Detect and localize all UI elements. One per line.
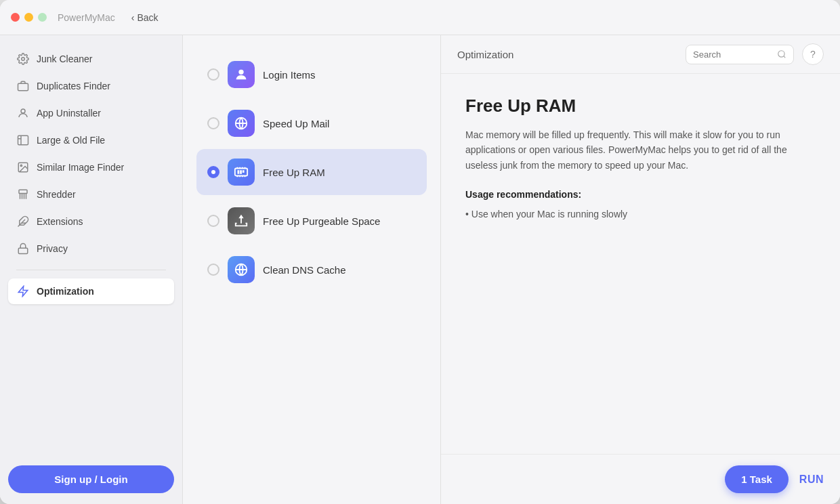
login-items-icon: [228, 61, 255, 88]
svg-point-5: [20, 165, 22, 166]
svg-rect-9: [18, 248, 28, 253]
minimize-button[interactable]: [24, 13, 33, 22]
svg-rect-15: [240, 170, 242, 174]
free-up-ram-icon: [228, 159, 255, 186]
svg-rect-1: [18, 83, 28, 91]
svg-line-19: [784, 56, 786, 58]
briefcase-icon: [16, 79, 30, 93]
sidebar-item-large-old-file[interactable]: Large & Old File: [8, 127, 174, 153]
right-body: Free Up RAM Mac memory will be filled up…: [441, 74, 840, 454]
back-button[interactable]: ‹ Back: [131, 12, 159, 23]
sidebar-label-extensions: Extensions: [37, 216, 83, 227]
svg-point-0: [22, 58, 25, 61]
svg-rect-14: [238, 170, 240, 174]
traffic-lights: [11, 13, 47, 22]
radio-free-up-ram[interactable]: [207, 166, 219, 178]
free-up-purgeable-space-icon: [228, 207, 255, 234]
svg-marker-10: [18, 287, 28, 297]
tool-name-speed-up-mail: Speed Up Mail: [263, 118, 329, 129]
sidebar-label-large-old-file: Large & Old File: [37, 135, 105, 146]
svg-point-18: [778, 51, 784, 57]
sidebar-item-duplicates-finder[interactable]: Duplicates Finder: [8, 73, 174, 99]
sidebar-item-shredder[interactable]: Shredder: [8, 182, 174, 207]
tool-name-free-up-purgeable-space: Free Up Purgeable Space: [263, 215, 380, 227]
tool-item-speed-up-mail[interactable]: Speed Up Mail: [196, 100, 427, 146]
main-content: Junk Cleaner Duplicates Finder: [0, 35, 840, 504]
person-icon: [16, 106, 30, 120]
title-bar: PowerMyMac ‹ Back: [0, 0, 840, 35]
clean-dns-cache-icon: [228, 256, 255, 283]
usage-item-0: • Use when your Mac is running slowly: [465, 207, 816, 222]
right-panel: Optimization ? Free Up R: [440, 35, 840, 504]
puzzle-icon: [16, 215, 30, 228]
app-window: PowerMyMac ‹ Back Junk Cleaner: [0, 0, 840, 504]
sidebar-label-app-uninstaller: App Uninstaller: [37, 108, 101, 119]
sidebar-item-junk-cleaner[interactable]: Junk Cleaner: [8, 46, 174, 72]
detail-title: Free Up RAM: [465, 96, 816, 117]
search-icon: [777, 49, 786, 59]
right-header: Optimization ?: [441, 35, 840, 74]
shredder-icon: [16, 188, 30, 201]
run-button[interactable]: RUN: [799, 474, 824, 486]
sign-up-login-button[interactable]: Sign up / Login: [8, 465, 174, 493]
svg-point-2: [21, 109, 25, 113]
sidebar-label-similar-image-finder: Similar Image Finder: [37, 162, 124, 173]
help-button[interactable]: ?: [802, 43, 824, 65]
tool-name-free-up-ram: Free Up RAM: [263, 167, 325, 178]
close-button[interactable]: [11, 13, 20, 22]
bullet: •: [465, 209, 471, 219]
file-icon: [16, 133, 30, 147]
app-name: PowerMyMac: [58, 12, 115, 23]
sidebar-item-similar-image-finder[interactable]: Similar Image Finder: [8, 154, 174, 180]
tool-item-free-up-ram[interactable]: Free Up RAM: [196, 149, 427, 195]
radio-login-items[interactable]: [207, 68, 219, 81]
tool-name-clean-dns-cache: Clean DNS Cache: [263, 264, 346, 276]
tool-item-free-up-purgeable-space[interactable]: Free Up Purgeable Space: [196, 198, 427, 244]
maximize-button[interactable]: [38, 13, 47, 22]
sidebar-item-app-uninstaller[interactable]: App Uninstaller: [8, 100, 174, 126]
sidebar-divider: [16, 270, 166, 270]
lock-icon: [16, 242, 30, 255]
sidebar-item-privacy[interactable]: Privacy: [8, 236, 174, 261]
svg-point-11: [238, 70, 243, 75]
sidebar-item-optimization[interactable]: Optimization: [8, 278, 174, 304]
sidebar-item-extensions[interactable]: Extensions: [8, 209, 174, 234]
usage-title: Usage recommendations:: [465, 189, 816, 200]
sidebar-items: Junk Cleaner Duplicates Finder: [8, 46, 174, 455]
svg-rect-3: [18, 135, 28, 145]
radio-free-up-purgeable-space[interactable]: [207, 215, 219, 227]
svg-rect-16: [243, 170, 245, 173]
center-panel: Login Items Speed Up Mail: [183, 35, 440, 504]
sidebar: Junk Cleaner Duplicates Finder: [0, 35, 183, 504]
tool-list: Login Items Speed Up Mail: [196, 51, 427, 293]
svg-rect-6: [19, 190, 27, 193]
gear-icon: [16, 52, 30, 66]
radio-clean-dns-cache[interactable]: [207, 264, 219, 276]
task-badge-button[interactable]: 1 Task: [725, 465, 789, 493]
sidebar-label-privacy: Privacy: [37, 243, 68, 254]
tool-item-clean-dns-cache[interactable]: Clean DNS Cache: [196, 247, 427, 293]
radio-speed-up-mail[interactable]: [207, 117, 219, 129]
tool-item-login-items[interactable]: Login Items: [196, 51, 427, 98]
sidebar-label-optimization: Optimization: [37, 286, 94, 297]
sidebar-label-duplicates-finder: Duplicates Finder: [37, 81, 110, 91]
tool-name-login-items: Login Items: [263, 69, 316, 81]
back-chevron: ‹: [131, 12, 135, 23]
search-input[interactable]: [693, 49, 773, 60]
speed-up-mail-icon: [228, 110, 255, 137]
right-panel-title: Optimization: [457, 49, 513, 60]
right-footer: 1 Task RUN: [441, 454, 840, 504]
sidebar-label-shredder: Shredder: [37, 189, 76, 200]
search-box[interactable]: [686, 45, 794, 64]
detail-description: Mac memory will be filled up frequently.…: [465, 127, 816, 173]
image-icon: [16, 161, 30, 174]
optimization-icon: [16, 285, 30, 298]
sidebar-label-junk-cleaner: Junk Cleaner: [37, 54, 93, 64]
